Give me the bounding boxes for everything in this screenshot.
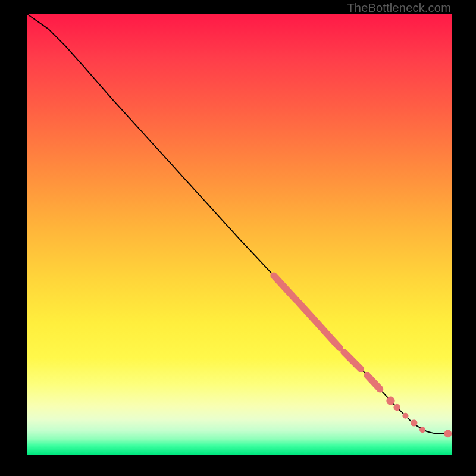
bottleneck-curve (27, 14, 452, 434)
marker-segment (299, 303, 340, 348)
marker-point (402, 413, 408, 419)
chart-frame: TheBottleneck.com (0, 0, 476, 476)
curve-line (27, 14, 452, 434)
marker-point (393, 404, 400, 411)
marker-point (386, 397, 394, 405)
marker-point (411, 419, 417, 426)
marker-segment (367, 375, 380, 389)
marker-points (386, 397, 452, 438)
marker-segment (274, 275, 297, 301)
marker-point (419, 427, 425, 433)
marker-segment (344, 352, 361, 369)
chart-svg (27, 14, 452, 439)
watermark-text: TheBottleneck.com (347, 1, 451, 15)
marker-point (444, 430, 452, 437)
plot-area (27, 14, 452, 455)
